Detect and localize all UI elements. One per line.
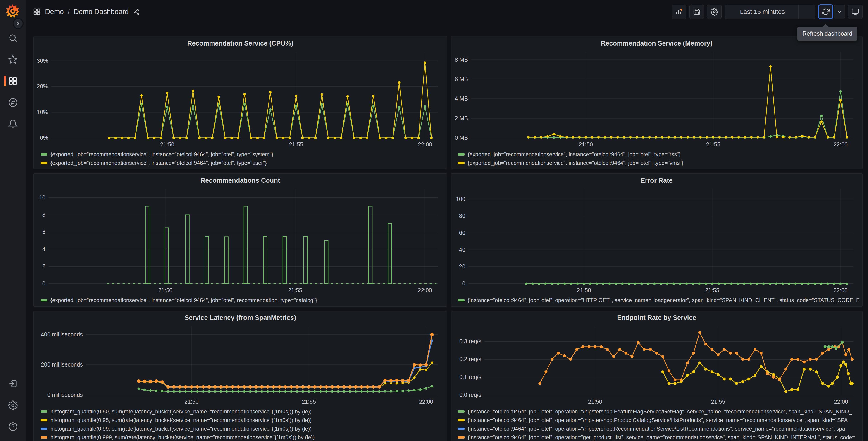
legend: {instance="otelcol:9464", job="otel", op…: [453, 407, 860, 441]
svg-text:200 milliseconds: 200 milliseconds: [41, 361, 83, 368]
legend-item[interactable]: {exported_job="recommendationservice", i…: [40, 296, 443, 304]
svg-text:60: 60: [459, 230, 465, 236]
sidebar-item-search[interactable]: [0, 27, 26, 49]
svg-text:0.1 req/s: 0.1 req/s: [459, 374, 481, 380]
legend-label: {exported_job="recommendationservice", i…: [51, 297, 317, 303]
svg-text:6: 6: [42, 229, 45, 235]
zoom-out-button[interactable]: [798, 5, 815, 19]
legend-item[interactable]: {exported_job="recommendationservice", i…: [458, 159, 859, 167]
svg-text:4 MB: 4 MB: [455, 95, 468, 101]
legend-label: {instance="otelcol:9464", job="otel", op…: [468, 425, 845, 432]
svg-text:21:55: 21:55: [302, 399, 316, 405]
legend-item[interactable]: histogram_quantile(0.95, sum(rate(latenc…: [40, 416, 443, 424]
panel-error-rate: Error Rate 21:5021:5522:00020406080100 {…: [451, 173, 863, 306]
sidebar-item-configuration[interactable]: [0, 394, 26, 416]
legend-item[interactable]: {exported_job="recommendationservice", i…: [40, 159, 443, 167]
top-navigation: Demo / Demo Dashboard Last 15 minutes: [26, 0, 868, 24]
svg-text:2: 2: [42, 263, 45, 269]
dashboard-settings-button[interactable]: [707, 4, 722, 19]
svg-text:10: 10: [39, 194, 45, 201]
sidebar-bottom-nav: [0, 373, 26, 437]
breadcrumb-dashboard[interactable]: Demo Dashboard: [74, 8, 129, 16]
breadcrumb: Demo / Demo Dashboard: [33, 8, 140, 16]
sidebar-item-sign-in[interactable]: [0, 373, 26, 394]
legend-swatch: [40, 419, 47, 421]
chart-canvas: 21:5021:5522:00020406080100: [453, 185, 860, 295]
svg-text:0 milliseconds: 0 milliseconds: [47, 392, 83, 398]
legend-item[interactable]: histogram_quantile(0.999, sum(rate(laten…: [40, 433, 443, 441]
legend-item[interactable]: {instance="otelcol:9464", job="otel", op…: [458, 296, 859, 304]
legend-swatch: [458, 419, 465, 421]
panel-title[interactable]: Recommendation Service (CPU%): [36, 38, 445, 48]
chart-canvas: 21:5021:5522:000%10%20%30%: [36, 48, 445, 150]
svg-text:21:55: 21:55: [711, 399, 725, 405]
sidebar-item-dashboards[interactable]: [0, 70, 26, 92]
star-icon: [8, 55, 18, 64]
sidebar-expand-button[interactable]: [13, 18, 24, 29]
add-panel-icon: [675, 8, 683, 16]
gear-icon: [711, 8, 718, 16]
legend-item[interactable]: {instance="otelcol:9464", job="otel", op…: [458, 433, 859, 441]
sidebar-item-help[interactable]: [0, 416, 26, 437]
svg-text:0.3 req/s: 0.3 req/s: [459, 338, 481, 344]
legend: {exported_job="recommendationservice", i…: [36, 295, 445, 305]
refresh-dashboard-button[interactable]: [819, 5, 832, 18]
refresh-icon: [822, 8, 830, 16]
legend-label: {exported_job="recommendationservice", i…: [468, 160, 683, 166]
legend-label: histogram_quantile(0.95, sum(rate(latenc…: [51, 417, 312, 423]
sign-in-icon: [8, 379, 18, 388]
legend-label: histogram_quantile(0.99, sum(rate(latenc…: [51, 425, 312, 432]
chevron-down-icon: [788, 9, 794, 15]
grafana-logo[interactable]: [5, 4, 20, 19]
legend-item[interactable]: {exported_job="recommendationservice", i…: [458, 150, 859, 159]
legend-swatch: [458, 428, 465, 430]
svg-text:30%: 30%: [37, 58, 48, 64]
svg-text:400 milliseconds: 400 milliseconds: [41, 331, 83, 337]
legend-item[interactable]: {exported_job="recommendationservice", i…: [40, 150, 443, 159]
legend-item[interactable]: {instance="otelcol:9464", job="otel", op…: [458, 416, 859, 424]
sidebar: [0, 0, 26, 441]
sidebar-item-alerting[interactable]: [0, 113, 26, 135]
memory-time-series-chart[interactable]: 21:5021:5522:000 MB2 MB4 MB6 MB8 MB: [453, 48, 860, 150]
breadcrumb-folder[interactable]: Demo: [45, 8, 64, 16]
svg-text:22:00: 22:00: [418, 141, 432, 148]
panel-service-latency: Service Latency (from SpanMetrics) 21:50…: [33, 311, 447, 441]
time-range-picker[interactable]: Last 15 minutes: [725, 5, 798, 19]
cpu-time-series-chart[interactable]: 21:5021:5522:000%10%20%30%: [36, 48, 445, 150]
sidebar-item-explore[interactable]: [0, 92, 26, 113]
svg-text:80: 80: [459, 212, 465, 219]
count-bar-chart[interactable]: 21:5021:5522:000246810: [36, 185, 445, 295]
svg-text:0: 0: [42, 280, 45, 287]
legend-item[interactable]: {instance="otelcol:9464", job="otel", op…: [458, 424, 859, 433]
legend: histogram_quantile(0.50, sum(rate(latenc…: [36, 407, 445, 441]
legend-label: {instance="otelcol:9464", job="otel", op…: [468, 408, 852, 415]
error-rate-chart[interactable]: 21:5021:5522:00020406080100: [453, 185, 860, 295]
legend-swatch: [458, 153, 465, 155]
legend-item[interactable]: histogram_quantile(0.50, sum(rate(latenc…: [40, 407, 443, 416]
chart-canvas: 21:5021:5522:000.0 req/s0.1 req/s0.2 req…: [453, 323, 860, 407]
save-dashboard-button[interactable]: [689, 4, 704, 19]
search-icon: [8, 33, 18, 43]
endpoint-rate-chart[interactable]: 21:5021:5522:000.0 req/s0.1 req/s0.2 req…: [453, 323, 860, 407]
chart-canvas: 21:5021:5522:000246810: [36, 185, 445, 295]
add-panel-button[interactable]: [672, 4, 686, 19]
svg-text:21:55: 21:55: [705, 287, 719, 293]
legend-item[interactable]: {instance="otelcol:9464", job="otel", op…: [458, 407, 859, 416]
sidebar-item-starred[interactable]: [0, 49, 26, 70]
svg-text:4: 4: [42, 246, 45, 252]
clock-icon: [730, 8, 737, 16]
refresh-interval-dropdown[interactable]: [834, 4, 845, 19]
legend-item[interactable]: histogram_quantile(0.99, sum(rate(latenc…: [40, 424, 443, 433]
svg-text:21:50: 21:50: [588, 399, 602, 405]
panel-title[interactable]: Error Rate: [453, 175, 860, 185]
cycle-view-mode-button[interactable]: [848, 4, 863, 19]
svg-text:20%: 20%: [37, 83, 48, 89]
svg-text:2 MB: 2 MB: [455, 115, 468, 121]
share-icon[interactable]: [133, 8, 140, 16]
legend-swatch: [40, 299, 47, 301]
panel-title[interactable]: Service Latency (from SpanMetrics): [36, 313, 445, 323]
panel-title[interactable]: Endpoint Rate by Service: [453, 313, 860, 323]
legend-swatch: [458, 162, 465, 164]
panel-title[interactable]: Recommendations Count: [36, 175, 445, 185]
latency-time-series-chart[interactable]: 21:5021:5522:000 milliseconds200 millise…: [36, 323, 445, 407]
